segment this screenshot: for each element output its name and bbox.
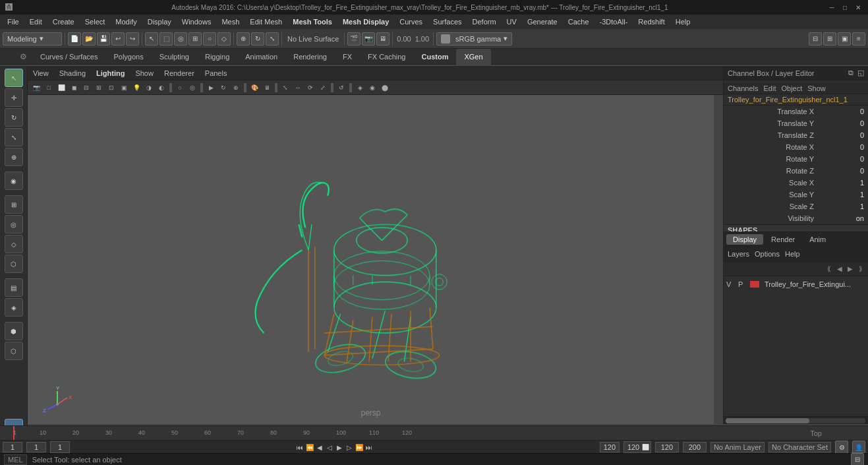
current-frame-input[interactable] xyxy=(26,442,46,452)
window-controls[interactable]: ─ □ ✕ xyxy=(827,3,863,12)
rotate-tool-icon[interactable]: ↻ xyxy=(5,108,23,127)
xray-icon[interactable]: ○ xyxy=(174,82,186,94)
save-file-btn[interactable]: 💾 xyxy=(97,32,110,46)
renderer-menu[interactable]: Renderer xyxy=(161,69,197,78)
rotate-x-value[interactable]: 0 xyxy=(818,143,864,151)
layer-scroll-left-left[interactable]: ⟪ xyxy=(825,264,834,273)
frame-step-value[interactable] xyxy=(52,443,68,452)
end-frame-display[interactable] xyxy=(600,442,620,452)
sync-icon[interactable]: ↺ xyxy=(335,82,347,94)
move-tool-icon[interactable]: ✛ xyxy=(5,88,23,107)
transform-icon4[interactable]: ⤢ xyxy=(317,82,329,94)
select-tool-btn[interactable]: ↖ xyxy=(145,32,158,46)
shadow-icon[interactable]: ◑ xyxy=(143,82,155,94)
hud-icon[interactable]: ⊡ xyxy=(105,82,117,94)
render-btn[interactable]: 🎬 xyxy=(347,32,361,46)
selection-icon[interactable]: ⊕ xyxy=(230,82,242,94)
loop-icon[interactable]: ↻ xyxy=(217,82,229,94)
panel-size-btn[interactable]: ◱ xyxy=(857,69,864,77)
playback-end2[interactable] xyxy=(655,442,679,452)
smooth-icon[interactable]: ◼ xyxy=(68,82,80,94)
ipr-btn[interactable]: 📷 xyxy=(362,32,375,46)
menu-file[interactable]: File xyxy=(3,16,24,27)
menu-modify[interactable]: Modify xyxy=(111,16,141,27)
menu-create[interactable]: Create xyxy=(48,16,79,27)
tab-polygons[interactable]: Polygons xyxy=(105,49,151,65)
layer-scroll-right[interactable]: ▶ xyxy=(846,264,855,273)
anim-tab[interactable]: Anim xyxy=(803,234,832,245)
shade2-icon[interactable]: ◉ xyxy=(366,82,378,94)
panels-menu[interactable]: Panels xyxy=(202,69,230,78)
start-frame-input[interactable] xyxy=(3,442,22,452)
tab-curves-surfaces[interactable]: Curves / Surfaces xyxy=(32,49,105,65)
panel-btn[interactable]: ▣ xyxy=(838,32,851,46)
layer-scroll-left[interactable]: ◀ xyxy=(835,264,844,273)
screen-icon[interactable]: 🖥 xyxy=(261,82,273,94)
unknown1-icon[interactable]: ◇ xyxy=(5,235,23,253)
scale-z-value[interactable]: 1 xyxy=(818,202,864,210)
snap-grid-btn[interactable]: ⊞ xyxy=(188,32,202,46)
next-key-btn[interactable]: ▷ xyxy=(345,443,354,452)
bounding-icon[interactable]: ⊟ xyxy=(80,82,92,94)
scrollbar-thumb[interactable] xyxy=(726,418,809,423)
transform-icon3[interactable]: ⟳ xyxy=(304,82,316,94)
light-icon[interactable]: 💡 xyxy=(130,82,142,94)
snap-curve-icon[interactable]: ◎ xyxy=(5,215,23,233)
menu-mesh[interactable]: Mesh xyxy=(217,16,244,27)
render2-icon[interactable]: ◈ xyxy=(5,298,23,317)
maximize-btn[interactable]: □ xyxy=(840,3,850,12)
render-tab[interactable]: Render xyxy=(765,234,801,245)
char-set-dropdown[interactable]: No Character Set xyxy=(768,442,831,452)
open-file-btn[interactable]: 📂 xyxy=(82,32,96,46)
tab-rigging[interactable]: Rigging xyxy=(197,49,237,65)
play-back-btn[interactable]: ◁ xyxy=(325,443,334,452)
ao-icon[interactable]: ◐ xyxy=(156,82,167,94)
grid-icon[interactable]: ⊞ xyxy=(93,82,105,94)
playback-end[interactable] xyxy=(625,443,641,452)
camera-icon[interactable]: 📷 xyxy=(30,82,42,94)
isolate-icon[interactable]: ◎ xyxy=(187,82,198,94)
playblast-icon[interactable]: ▶ xyxy=(205,82,217,94)
minimize-btn[interactable]: ─ xyxy=(827,3,836,12)
tab-xgen[interactable]: XGen xyxy=(456,49,490,65)
tab-animation[interactable]: Animation xyxy=(237,49,285,65)
display-settings-btn[interactable]: ⊟ xyxy=(809,32,822,46)
shade3-icon[interactable]: ⬤ xyxy=(379,82,391,94)
menu-cache[interactable]: Cache xyxy=(564,16,594,27)
view-menu[interactable]: View xyxy=(30,69,51,78)
tab-sculpting[interactable]: Sculpting xyxy=(152,49,197,65)
menu-help[interactable]: Help xyxy=(671,16,695,27)
undo-btn[interactable]: ↩ xyxy=(111,32,125,46)
options-menu[interactable]: Options xyxy=(755,250,780,258)
close-btn[interactable]: ✕ xyxy=(854,3,863,12)
show-menu-cb[interactable]: Show xyxy=(807,84,826,92)
menu-surfaces[interactable]: Surfaces xyxy=(428,16,466,27)
unknown4-icon[interactable]: ⬡ xyxy=(5,342,23,360)
menu-windows[interactable]: Windows xyxy=(177,16,216,27)
snap-surface-btn[interactable]: ◇ xyxy=(217,32,231,46)
transform-icon1[interactable]: ⤡ xyxy=(279,82,291,94)
transform-icon2[interactable]: ↔ xyxy=(292,82,304,94)
menu-select[interactable]: Select xyxy=(80,16,110,27)
menu-deform[interactable]: Deform xyxy=(468,16,501,27)
scale-tool-icon[interactable]: ⤡ xyxy=(5,128,23,146)
menu-uv[interactable]: UV xyxy=(502,16,521,27)
shade-icon[interactable]: ◈ xyxy=(354,82,366,94)
timeline-ruler[interactable]: 1 10 20 30 40 50 60 70 80 90 100 110 120… xyxy=(0,426,868,441)
go-start-btn[interactable]: ⏮ xyxy=(295,443,304,452)
select-arrow-icon[interactable]: ↖ xyxy=(5,69,23,87)
play-fwd-btn[interactable]: ▶ xyxy=(335,443,344,452)
mode-dropdown[interactable]: Modeling ▾ xyxy=(3,32,62,46)
menu-redshift[interactable]: Redshift xyxy=(633,16,669,27)
unknown2-icon[interactable]: ⬡ xyxy=(5,255,23,273)
heads-icon[interactable]: ▣ xyxy=(118,82,130,94)
step-back-btn[interactable]: ⏪ xyxy=(305,443,314,452)
display-color-icon[interactable]: 🎨 xyxy=(248,82,260,94)
edit-menu[interactable]: Edit xyxy=(763,84,776,92)
layout-btn[interactable]: ⊞ xyxy=(823,32,836,46)
menu-mesh-tools[interactable]: Mesh Tools xyxy=(288,16,337,27)
display-tab[interactable]: Display xyxy=(726,234,763,245)
scale-x-value[interactable]: 1 xyxy=(818,179,864,187)
object-menu[interactable]: Object xyxy=(781,84,802,92)
menu-generate[interactable]: Generate xyxy=(523,16,562,27)
